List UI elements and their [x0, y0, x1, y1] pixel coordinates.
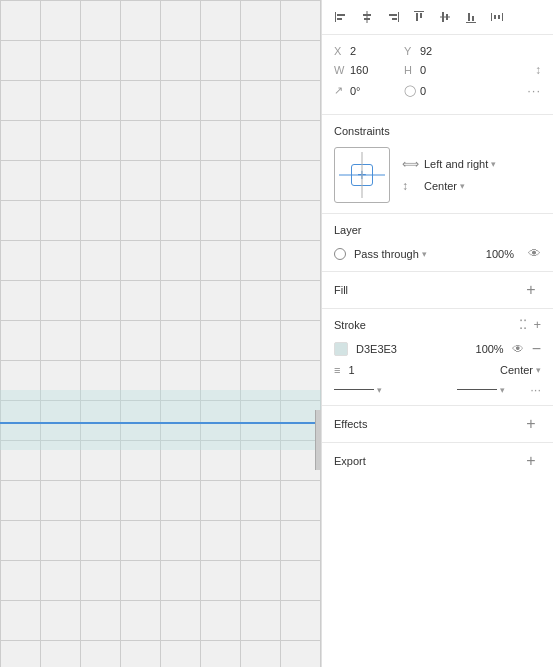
svg-rect-10	[416, 13, 418, 21]
h-value[interactable]: 0	[420, 64, 470, 76]
layer-row: Pass through ▾ 100% 👁	[334, 246, 541, 261]
vertical-constraint-icon: ↕	[402, 179, 418, 193]
position-size-section: X 2 Y 92 W 160 H 0 ↕ ↗ 0° ◯ 0 ···	[322, 35, 553, 115]
vertical-constraint-value: Center	[424, 180, 457, 192]
stroke-line-chevron-icon: ▾	[377, 385, 382, 395]
stroke-header: Stroke ⁚⁚ +	[334, 317, 541, 332]
align-left-btn[interactable]	[330, 6, 352, 28]
stroke-opacity-value[interactable]: 100%	[476, 343, 504, 355]
stroke-align-dropdown[interactable]: Center ▾	[500, 364, 541, 376]
angle-icon: ↗	[334, 84, 346, 97]
horizontal-chevron-icon: ▾	[491, 159, 496, 169]
blend-mode-value: Pass through	[354, 248, 419, 260]
align-toolbar	[322, 0, 553, 35]
align-right-btn[interactable]	[382, 6, 404, 28]
stroke-line-style-dropdown[interactable]: ▾	[334, 385, 419, 395]
stroke-weight-value[interactable]: 1	[348, 364, 378, 376]
stroke-style-row: ▾ ▾ ···	[334, 382, 541, 397]
angle-row: ↗ 0° ◯ 0 ···	[334, 83, 541, 98]
constraints-body: + ⟺ Left and right ▾ ↕ Center ▾	[334, 147, 541, 203]
svg-rect-11	[420, 13, 422, 18]
layer-section: Layer Pass through ▾ 100% 👁	[322, 214, 553, 272]
stroke-line-preview	[334, 389, 374, 391]
stroke-align-value: Center	[500, 364, 533, 376]
h-label: H	[404, 64, 416, 76]
add-fill-button[interactable]: +	[521, 280, 541, 300]
svg-rect-13	[442, 12, 444, 22]
x-label: X	[334, 45, 346, 57]
blend-mode-icon	[334, 248, 346, 260]
svg-rect-14	[446, 14, 448, 20]
svg-rect-20	[494, 15, 496, 19]
svg-rect-18	[491, 13, 492, 21]
fill-label: Fill	[334, 284, 521, 296]
canvas-selection-line	[0, 422, 321, 424]
svg-rect-4	[363, 14, 371, 16]
stroke-color-swatch[interactable]	[334, 342, 348, 356]
horizontal-constraint-icon: ⟺	[402, 157, 418, 171]
align-top-btn[interactable]	[408, 6, 430, 28]
opacity-value[interactable]: 100%	[486, 248, 514, 260]
angle-value[interactable]: 0°	[350, 85, 400, 97]
add-export-button[interactable]: +	[521, 451, 541, 471]
radius-value[interactable]: 0	[420, 85, 470, 97]
align-middle-btn[interactable]	[434, 6, 456, 28]
stroke-distribute-icon[interactable]: ⁚⁚	[519, 317, 527, 332]
visibility-toggle-icon[interactable]: 👁	[528, 246, 541, 261]
svg-rect-3	[367, 11, 368, 23]
svg-rect-5	[364, 18, 370, 20]
y-value[interactable]: 92	[420, 45, 470, 57]
svg-rect-15	[466, 22, 476, 23]
radius-icon: ◯	[404, 84, 416, 97]
x-value[interactable]: 2	[350, 45, 400, 57]
svg-rect-0	[335, 12, 336, 22]
vertical-constraint-row[interactable]: ↕ Center ▾	[402, 179, 496, 193]
add-stroke-button[interactable]: +	[533, 317, 541, 332]
constraints-options: ⟺ Left and right ▾ ↕ Center ▾	[402, 157, 496, 193]
stroke-label: Stroke	[334, 319, 519, 331]
horizontal-constraint-dropdown[interactable]: Left and right ▾	[424, 158, 496, 170]
constrain-proportions-icon[interactable]: ↕	[535, 63, 541, 77]
export-label: Export	[334, 455, 521, 467]
add-effect-button[interactable]: +	[521, 414, 541, 434]
align-bottom-btn[interactable]	[460, 6, 482, 28]
canvas	[0, 0, 321, 667]
y-label: Y	[404, 45, 416, 57]
stroke-hex-value[interactable]: D3E3E3	[356, 343, 468, 355]
effects-label: Effects	[334, 418, 521, 430]
stroke-align-chevron-icon: ▾	[536, 365, 541, 375]
svg-rect-17	[472, 16, 474, 21]
stroke-visibility-icon[interactable]: 👁	[512, 342, 524, 356]
stroke-ends-chevron-icon: ▾	[500, 385, 505, 395]
svg-rect-12	[440, 17, 450, 18]
distribute-h-btn[interactable]	[486, 6, 508, 28]
w-value[interactable]: 160	[350, 64, 400, 76]
stroke-more-options-btn[interactable]: ···	[530, 382, 541, 397]
horizontal-constraint-row[interactable]: ⟺ Left and right ▾	[402, 157, 496, 171]
stroke-section: Stroke ⁚⁚ + D3E3E3 100% 👁 − ≡ 1 Center ▾	[322, 309, 553, 406]
more-options-btn[interactable]: ···	[527, 83, 541, 98]
right-panel: X 2 Y 92 W 160 H 0 ↕ ↗ 0° ◯ 0 ··· Constr…	[321, 0, 553, 667]
resize-handle[interactable]	[315, 410, 321, 470]
wh-row: W 160 H 0 ↕	[334, 63, 541, 77]
horizontal-constraint-value: Left and right	[424, 158, 488, 170]
canvas-grid	[0, 0, 321, 667]
svg-rect-7	[389, 14, 397, 16]
svg-rect-6	[398, 12, 399, 22]
blend-mode-dropdown[interactable]: Pass through ▾	[354, 248, 427, 260]
svg-rect-21	[498, 15, 500, 19]
stroke-ends-style-dropdown[interactable]: ▾	[437, 385, 522, 395]
stroke-weight-row: ≡ 1 Center ▾	[334, 364, 541, 376]
remove-stroke-button[interactable]: −	[532, 340, 541, 358]
vertical-constraint-dropdown[interactable]: Center ▾	[424, 180, 465, 192]
svg-rect-16	[468, 13, 470, 21]
align-center-h-btn[interactable]	[356, 6, 378, 28]
vertical-chevron-icon: ▾	[460, 181, 465, 191]
fill-section: Fill +	[322, 272, 553, 309]
layer-title: Layer	[334, 224, 541, 236]
canvas-highlight	[0, 390, 321, 450]
blend-mode-chevron-icon: ▾	[422, 249, 427, 259]
stroke-icons: ⁚⁚ +	[519, 317, 541, 332]
svg-rect-19	[502, 13, 503, 21]
constraints-section: Constraints + ⟺ Left and right ▾ ↕	[322, 115, 553, 214]
